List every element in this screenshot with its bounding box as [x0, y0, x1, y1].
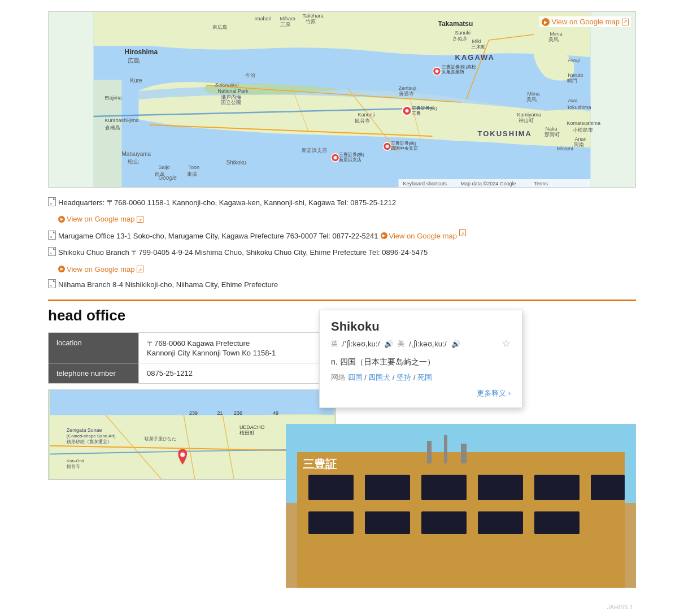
svg-rect-113 — [534, 475, 580, 500]
map-image[interactable]: Hiroshima 広島 Kure Etajima Kurahashi-jima… — [49, 12, 635, 187]
shikoku-chuo-row: Shikoku Chuo Branch 〒799-0405 4-9-24 Mis… — [48, 246, 636, 259]
popup-word: Shikoku — [331, 319, 511, 334]
svg-text:新居浜支店: 新居浜支店 — [339, 157, 361, 162]
location-label-text: location — [56, 339, 82, 347]
svg-rect-110 — [365, 475, 410, 500]
speaker-us-icon[interactable]: 🔊 — [451, 340, 460, 348]
svg-text:Saijo: Saijo — [159, 164, 170, 170]
svg-text:Takamatsu: Takamatsu — [438, 20, 473, 28]
info-section: Headquarters: 〒768-0060 1158-1 Kannonji-… — [48, 196, 636, 291]
svg-text:Mima: Mima — [550, 31, 563, 37]
table-row-location: location 〒768-0060 Kagawa PrefectureKann… — [49, 333, 336, 363]
shikoku-chuo-map-link-label: View on Google map — [67, 263, 134, 276]
phonetic-en-label: 英 — [331, 339, 338, 349]
svg-point-72 — [386, 145, 389, 148]
svg-rect-114 — [591, 475, 625, 500]
svg-text:Zentsuji: Zentsuji — [399, 85, 417, 91]
svg-text:Map data ©2024 Google: Map data ©2024 Google — [461, 181, 516, 186]
svg-text:松山: 松山 — [128, 158, 139, 164]
head-office-table: location 〒768-0060 Kagawa PrefectureKann… — [48, 332, 336, 384]
external-link-icon-hq — [137, 216, 143, 223]
svg-text:三豊証券(株): 三豊証券(株) — [339, 152, 365, 157]
marugame-address: Marugame Office 13-1 Soko-cho, Marugame … — [58, 229, 378, 242]
svg-text:UEDACHO: UEDACHO — [239, 424, 264, 430]
svg-text:Miki: Miki — [472, 38, 481, 44]
svg-text:Sanuki: Sanuki — [455, 30, 471, 36]
niihama-address: Niihama Branch 8-4 Nishikikoji-cho, Niih… — [58, 278, 278, 291]
svg-text:さぬき: さぬき — [452, 36, 468, 41]
svg-text:倉橋島: 倉橋島 — [105, 125, 120, 131]
svg-text:観音寺: 観音寺 — [67, 465, 80, 470]
popup-definition: n. 四国（日本主要岛屿之一） — [331, 355, 511, 368]
phone-value: 0875-25-1212 — [139, 363, 336, 384]
svg-text:239: 239 — [189, 411, 198, 417]
svg-text:Minami: Minami — [557, 146, 573, 151]
doc-icon-hq — [48, 197, 56, 206]
svg-text:三木町: 三木町 — [471, 44, 486, 50]
phonetic-us-label: 美 — [398, 339, 404, 349]
orange-arrow-icon — [542, 18, 550, 26]
svg-point-76 — [334, 156, 337, 159]
svg-point-99 — [180, 453, 185, 457]
doc-icon-niihama — [48, 279, 56, 288]
svg-rect-118 — [478, 511, 523, 534]
hq-address: Headquarters: 〒768-0060 1158-1 Kannonji-… — [58, 196, 396, 209]
svg-text:三原: 三原 — [280, 21, 290, 27]
hq-google-map-link[interactable]: View on Google map — [58, 212, 134, 225]
svg-text:国立公園: 国立公園 — [221, 99, 241, 105]
svg-text:Shikoku: Shikoku — [226, 159, 247, 166]
view-on-google-map-top-link[interactable]: View on Google map — [539, 16, 631, 27]
svg-text:東温: 東温 — [187, 171, 197, 177]
svg-rect-119 — [534, 511, 580, 534]
svg-point-68 — [406, 109, 409, 112]
doc-icon-shikoku-chuo — [48, 247, 56, 256]
speaker-en-icon[interactable]: 🔊 — [384, 340, 393, 348]
svg-text:Naka: Naka — [546, 126, 557, 132]
svg-text:KAGAWA: KAGAWA — [455, 53, 495, 62]
svg-text:鳴門: 鳴門 — [567, 78, 577, 84]
svg-text:Mihara: Mihara — [280, 16, 296, 21]
svg-text:三豊証券(株)高松: 三豊証券(株)高松 — [442, 64, 476, 70]
svg-rect-111 — [421, 475, 467, 500]
svg-rect-117 — [421, 511, 467, 534]
svg-text:Etajima: Etajima — [105, 95, 122, 101]
niihama-row: Niihama Branch 8-4 Nishikikoji-cho, Niih… — [48, 278, 636, 291]
network-item-1[interactable]: 四国 — [348, 373, 363, 381]
phone-label: telephone number — [49, 363, 139, 384]
external-link-icon — [622, 19, 629, 25]
svg-point-64 — [435, 70, 439, 73]
svg-text:Komatsushima: Komatsushima — [567, 120, 601, 126]
watermark-text: JAHIS5.1 — [607, 604, 633, 610]
watermark: JAHIS5.1 — [607, 604, 633, 610]
favorite-star-icon[interactable]: ☆ — [502, 337, 511, 350]
svg-text:小松島市: 小松島市 — [573, 127, 593, 133]
svg-text:Mima: Mima — [528, 91, 540, 97]
more-definitions-link[interactable]: 更多释义 › — [331, 388, 511, 398]
svg-text:那賀町: 那賀町 — [544, 132, 560, 137]
shikoku-chuo-google-map-link[interactable]: View on Google map — [58, 263, 134, 276]
svg-text:植田町: 植田町 — [239, 430, 255, 436]
marugame-google-map-link[interactable]: View on Google map — [381, 229, 457, 242]
doc-icon-marugame — [48, 231, 56, 240]
main-map-container: View on Google map — [48, 11, 636, 188]
network-item-3[interactable]: 坚持 — [397, 373, 411, 381]
network-item-4[interactable]: 死国 — [417, 373, 432, 381]
location-value: 〒768-0060 Kagawa PrefectureKannonji City… — [139, 333, 336, 363]
svg-text:Awa: Awa — [568, 98, 578, 103]
svg-text:丸亀営業所: 丸亀営業所 — [442, 70, 464, 75]
svg-text:善通寺: 善通寺 — [399, 91, 414, 97]
popup-phonetic-row: 英 /ˈʃiːkəʊˌkuː/ 🔊 美 /ˌʃiːkəʊˌkuː/ 🔊 ☆ — [331, 337, 511, 350]
svg-rect-108 — [461, 444, 467, 463]
google-map-top-label: View on Google map — [552, 18, 620, 26]
svg-text:Naruto: Naruto — [568, 72, 583, 78]
svg-text:三豊証券(株): 三豊証券(株) — [412, 106, 438, 111]
network-item-2[interactable]: 四国犬 — [368, 373, 390, 381]
svg-text:Anan: Anan — [575, 136, 587, 142]
table-row-phone: telephone number 0875-25-1212 — [49, 363, 336, 384]
svg-text:三豊証: 三豊証 — [303, 458, 337, 470]
svg-text:竹原: 竹原 — [306, 19, 316, 24]
orange-bullet-icon-hq — [58, 216, 65, 223]
svg-text:Kurahashi-jima: Kurahashi-jima — [105, 118, 139, 123]
svg-text:Awaji: Awaji — [568, 57, 580, 63]
svg-text:広島: 広島 — [128, 57, 140, 64]
